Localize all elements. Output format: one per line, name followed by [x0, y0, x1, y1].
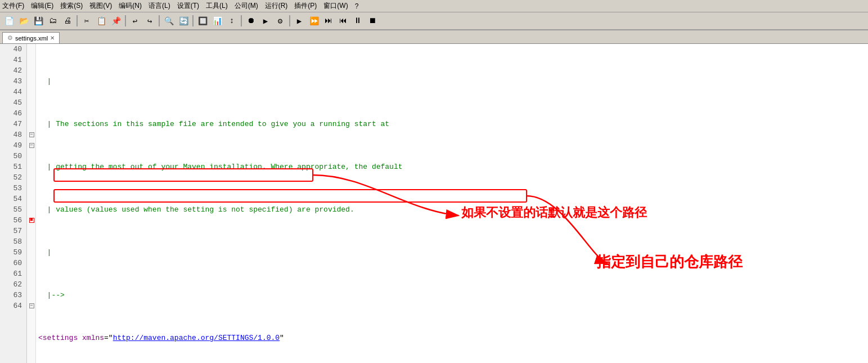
gutter-55 — [27, 204, 36, 215]
code-text-40: | — [38, 76, 51, 87]
gutter-47 — [27, 119, 36, 129]
toolbar-sep1 — [77, 15, 78, 26]
toolbar-sep6 — [289, 15, 290, 26]
toolbar-btn4[interactable]: ⏮ — [336, 14, 350, 28]
gutter-50 — [27, 151, 36, 162]
gutter-52 — [27, 172, 36, 183]
menu-run[interactable]: 运行(R) — [265, 1, 288, 11]
gutter-43 — [27, 76, 36, 87]
gutter-57 — [27, 226, 36, 236]
toolbar-sep5 — [241, 15, 242, 26]
toolbar-zoom-in[interactable]: 🔲 — [196, 14, 209, 28]
gutter-58 — [27, 236, 36, 247]
code-line-44: | — [38, 247, 868, 258]
toolbar-replace[interactable]: 🔄 — [177, 14, 190, 28]
code-line-41: | The sections in this sample file are i… — [38, 119, 868, 129]
gutter-53 — [27, 183, 36, 194]
toolbar-sep3 — [159, 15, 160, 26]
toolbar-cut[interactable]: ✂ — [80, 14, 93, 28]
toolbar-btn2[interactable]: ⏩ — [307, 14, 321, 28]
toolbar-find[interactable]: 🔍 — [162, 14, 176, 28]
toolbar-sep4 — [192, 15, 194, 26]
tab-label: settings.xml — [15, 35, 48, 42]
toolbar-sep2 — [125, 15, 126, 26]
menu-plugin[interactable]: 插件(P) — [294, 1, 317, 11]
menu-window[interactable]: 窗口(W) — [323, 1, 348, 11]
toolbar-new[interactable]: 📄 — [2, 14, 16, 28]
line-numbers: 40 41 42 43 44 45 46 47 48 49 50 51 52 5… — [0, 44, 27, 363]
menu-settings[interactable]: 设置(T) — [177, 1, 199, 11]
gutter: − − ■ − — [27, 44, 36, 363]
code-line-46: <settings xmlns ="http://maven.apache.or… — [38, 333, 868, 343]
gutter-51 — [27, 162, 36, 172]
gutter-56[interactable]: ■ — [27, 215, 36, 226]
gutter-60 — [27, 258, 36, 268]
gutter-59 — [27, 247, 36, 258]
toolbar-btn6[interactable]: ⏹ — [366, 14, 379, 28]
tab-close-btn[interactable]: ✕ — [50, 35, 55, 41]
code-text-45: |--> — [38, 290, 65, 301]
toolbar-wrap[interactable]: ↕ — [225, 14, 239, 28]
gutter-40 — [27, 44, 36, 55]
code-line-42: | getting the most out of your Maven ins… — [38, 162, 868, 172]
gutter-46 — [27, 108, 36, 119]
menu-edit[interactable]: 编辑(E) — [31, 1, 53, 11]
code-text-43: | values (values used when the setting i… — [38, 204, 354, 215]
gutter-49[interactable]: − — [27, 140, 36, 151]
gutter-42 — [27, 65, 36, 76]
toolbar-btn5[interactable]: ⏸ — [351, 14, 365, 28]
gutter-48[interactable]: − — [27, 129, 36, 140]
toolbar-copy[interactable]: 📋 — [95, 14, 108, 28]
menu-company[interactable]: 公司(M) — [235, 1, 258, 11]
toolbar-btn1[interactable]: ▶ — [293, 14, 306, 28]
menu-tools[interactable]: 工具(L) — [206, 1, 228, 11]
gutter-45 — [27, 97, 36, 108]
editor: 40 41 42 43 44 45 46 47 48 49 50 51 52 5… — [0, 44, 868, 363]
toolbar-btn3[interactable]: ⏭ — [322, 14, 335, 28]
code-content[interactable]: | | The sections in this sample file are… — [36, 44, 868, 363]
menu-language[interactable]: 语言(L) — [149, 1, 170, 11]
code-tag-46: <settings — [38, 333, 78, 343]
menu-search[interactable]: 搜索(S) — [60, 1, 83, 11]
code-line-43: | values (values used when the setting i… — [38, 204, 868, 215]
toolbar-paste[interactable]: 📌 — [109, 14, 123, 28]
menu-view[interactable]: 视图(V) — [89, 1, 112, 11]
code-line-40: | — [38, 76, 868, 87]
menubar: 文件(F) 编辑(E) 搜索(S) 视图(V) 编码(N) 语言(L) 设置(T… — [0, 0, 868, 12]
toolbar: 📄 📂 💾 🗂 🖨 ✂ 📋 📌 ↩ ↪ 🔍 🔄 🔲 📊 ↕ ⏺ ▶ ⚙ ▶ ⏩ … — [0, 12, 868, 30]
menu-help[interactable]: ? — [355, 2, 359, 10]
toolbar-open[interactable]: 📂 — [17, 14, 30, 28]
code-text-44: | — [38, 247, 51, 258]
gutter-62 — [27, 279, 36, 290]
gutter-63 — [27, 290, 36, 301]
tabbar: ⚙ settings.xml ✕ — [0, 30, 868, 44]
code-text-41: | The sections in this sample file are i… — [38, 119, 389, 129]
gutter-44 — [27, 87, 36, 97]
menu-file[interactable]: 文件(F) — [2, 1, 24, 11]
toolbar-zoom-out[interactable]: 📊 — [210, 14, 224, 28]
toolbar-save[interactable]: 💾 — [32, 14, 45, 28]
toolbar-saveall[interactable]: 🗂 — [46, 14, 60, 28]
gutter-61 — [27, 268, 36, 279]
tab-settings-xml[interactable]: ⚙ settings.xml ✕ — [2, 32, 60, 43]
toolbar-macro-rec[interactable]: ⏺ — [244, 14, 258, 28]
tab-icon: ⚙ — [7, 34, 13, 42]
gutter-41 — [27, 55, 36, 65]
gutter-64[interactable]: − — [27, 301, 36, 311]
code-line-45: |--> — [38, 290, 868, 301]
toolbar-run-cmd[interactable]: ⚙ — [273, 14, 287, 28]
gutter-54 — [27, 194, 36, 204]
toolbar-undo[interactable]: ↩ — [128, 14, 142, 28]
menu-encode[interactable]: 编码(N) — [119, 1, 142, 11]
toolbar-redo[interactable]: ↪ — [143, 14, 156, 28]
code-text-42: | getting the most out of your Maven ins… — [38, 162, 403, 172]
toolbar-macro-play[interactable]: ▶ — [259, 14, 272, 28]
toolbar-print[interactable]: 🖨 — [61, 14, 74, 28]
